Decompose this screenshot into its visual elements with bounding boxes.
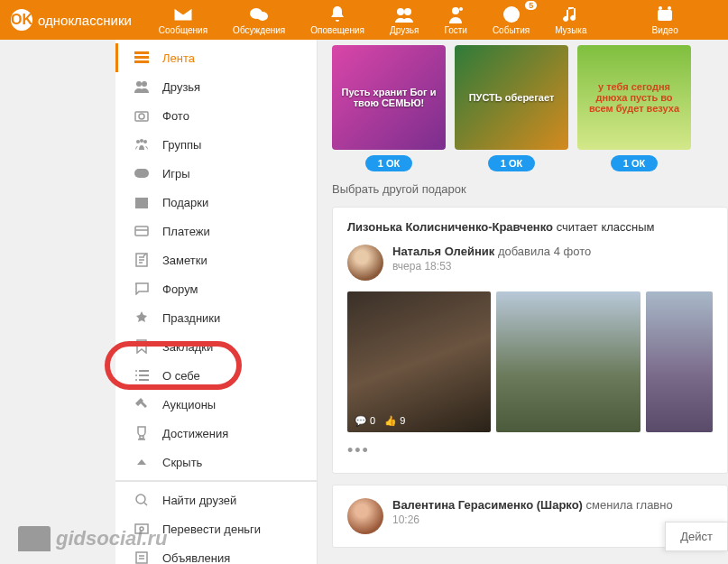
main-content: Пусть хранит Бог и твою СЕМЬЮ! 1 ОК ПУСТ… — [318, 40, 728, 564]
bookmarks-icon — [134, 338, 150, 355]
photo-thumbnail[interactable] — [496, 291, 640, 432]
svg-point-19 — [140, 139, 143, 143]
holidays-icon — [134, 310, 150, 326]
sidebar-item-forum[interactable]: Форум — [115, 274, 317, 303]
nav-friends[interactable]: Друзья — [379, 3, 429, 37]
friends-icon — [393, 5, 415, 24]
actions-button[interactable]: Дейст — [665, 522, 728, 551]
svg-rect-10 — [134, 51, 149, 54]
svg-point-3 — [404, 8, 411, 15]
gift-card[interactable]: ПУСТЬ оберегает 1 ОК — [455, 45, 568, 171]
post-author-line: Валентина Герасименко (Шарко) сменила гл… — [392, 498, 673, 512]
svg-point-9 — [668, 6, 671, 10]
sidebar-item-about[interactable]: О себе — [115, 361, 317, 390]
sidebar-item-friends[interactable]: Друзья — [115, 72, 317, 101]
svg-point-2 — [397, 8, 404, 15]
hide-icon — [134, 454, 150, 470]
mail-icon — [172, 5, 194, 24]
more-dots[interactable]: ••• — [347, 441, 713, 460]
svg-rect-31 — [139, 379, 149, 381]
gift-image: Пусть хранит Бог и твою СЕМЬЮ! — [332, 45, 446, 150]
top-nav-header: OK одноклассники Сообщения Обсуждения Оп… — [0, 0, 728, 40]
logo[interactable]: OK одноклассники — [11, 9, 132, 31]
gift-card[interactable]: у тебя сегодня днюха пусть во всем будет… — [577, 45, 691, 171]
games-icon — [134, 165, 150, 181]
sidebar-item-bookmarks[interactable]: Закладки — [115, 332, 317, 361]
auctions-icon — [134, 396, 150, 412]
sidebar-item-games[interactable]: Игры — [115, 159, 317, 188]
gift-price-badge: 1 ОК — [365, 155, 412, 171]
avatar[interactable] — [347, 245, 383, 281]
sidebar-item-find-friends[interactable]: Найти друзей — [115, 485, 317, 514]
svg-rect-29 — [139, 374, 149, 376]
music-icon — [560, 5, 582, 24]
gifts-icon — [134, 194, 150, 210]
svg-point-5 — [459, 7, 463, 11]
svg-point-13 — [136, 81, 142, 87]
photo-thumbnail[interactable]: 💬 0 👍 9 — [347, 291, 491, 432]
gift-price-badge: 1 ОК — [488, 155, 535, 171]
svg-point-8 — [659, 6, 662, 10]
sidebar-item-groups[interactable]: Группы — [115, 130, 317, 159]
graduation-cap-icon — [18, 526, 51, 551]
comment-count: 💬 0 — [355, 415, 375, 427]
bell-icon — [327, 5, 348, 24]
svg-point-16 — [139, 114, 144, 119]
guests-icon — [445, 5, 466, 24]
choose-other-gift-link[interactable]: Выбрать другой подарок — [332, 182, 728, 196]
gifts-row: Пусть хранит Бог и твою СЕМЬЮ! 1 ОК ПУСТ… — [332, 45, 728, 171]
ads-icon — [134, 550, 150, 564]
watermark: gidsocial.ru — [18, 526, 167, 551]
photo-thumbnail[interactable] — [646, 291, 713, 432]
sidebar-item-auctions[interactable]: Аукционы — [115, 390, 317, 419]
chat-icon — [248, 5, 270, 24]
gift-card[interactable]: Пусть хранит Бог и твою СЕМЬЮ! 1 ОК — [332, 45, 446, 171]
nav-messages[interactable]: Сообщения — [148, 3, 218, 37]
svg-point-32 — [136, 495, 145, 504]
svg-point-30 — [135, 379, 137, 381]
svg-point-14 — [142, 81, 147, 87]
sidebar-item-gifts[interactable]: Подарки — [115, 188, 317, 217]
svg-rect-21 — [135, 199, 148, 208]
nav-events[interactable]: 5 События — [482, 3, 540, 37]
nav-music[interactable]: Музыка — [544, 3, 597, 37]
gift-image: ПУСТЬ оберегает — [455, 45, 568, 150]
svg-point-26 — [135, 370, 137, 372]
photo-stats: 💬 0 👍 9 — [355, 415, 405, 427]
nav-notifications[interactable]: Оповещения — [299, 3, 375, 37]
sidebar-item-payments[interactable]: Платежи — [115, 217, 317, 245]
nav-guests[interactable]: Гости — [433, 3, 477, 37]
like-count: 👍 9 — [384, 415, 405, 427]
nav-video[interactable]: Видео — [641, 3, 689, 37]
photos-row: 💬 0 👍 9 — [347, 291, 713, 432]
svg-point-18 — [143, 140, 147, 143]
sidebar-item-feed[interactable]: Лента — [115, 43, 317, 72]
svg-line-33 — [144, 503, 147, 505]
avatar[interactable] — [347, 498, 383, 534]
groups-icon — [134, 136, 150, 153]
svg-point-17 — [136, 140, 140, 143]
svg-rect-11 — [134, 56, 149, 59]
forum-icon — [134, 281, 150, 297]
notes-icon — [134, 252, 150, 268]
sidebar-item-holidays[interactable]: Праздники — [115, 303, 317, 332]
post-time: вчера 18:53 — [392, 260, 591, 273]
sidebar-item-photo[interactable]: Фото — [115, 101, 317, 130]
sidebar-item-hide[interactable]: Скрыть — [115, 448, 317, 476]
post-time: 10:26 — [392, 513, 673, 526]
events-badge: 5 — [525, 1, 537, 10]
achievements-icon — [134, 425, 150, 441]
about-icon — [134, 367, 150, 384]
logo-text: одноклассники — [38, 13, 132, 28]
video-icon — [654, 5, 676, 24]
svg-rect-36 — [136, 552, 147, 563]
nav-discussions[interactable]: Обсуждения — [222, 3, 296, 37]
search-icon — [134, 492, 150, 508]
feed-icon — [134, 50, 150, 66]
gift-price-badge: 1 ОК — [611, 155, 658, 171]
sidebar-item-notes[interactable]: Заметки — [115, 245, 317, 274]
sidebar-item-achievements[interactable]: Достижения — [115, 419, 317, 448]
photo-icon — [134, 107, 150, 124]
gift-image: у тебя сегодня днюха пусть во всем будет… — [577, 45, 691, 150]
svg-point-4 — [452, 7, 459, 14]
